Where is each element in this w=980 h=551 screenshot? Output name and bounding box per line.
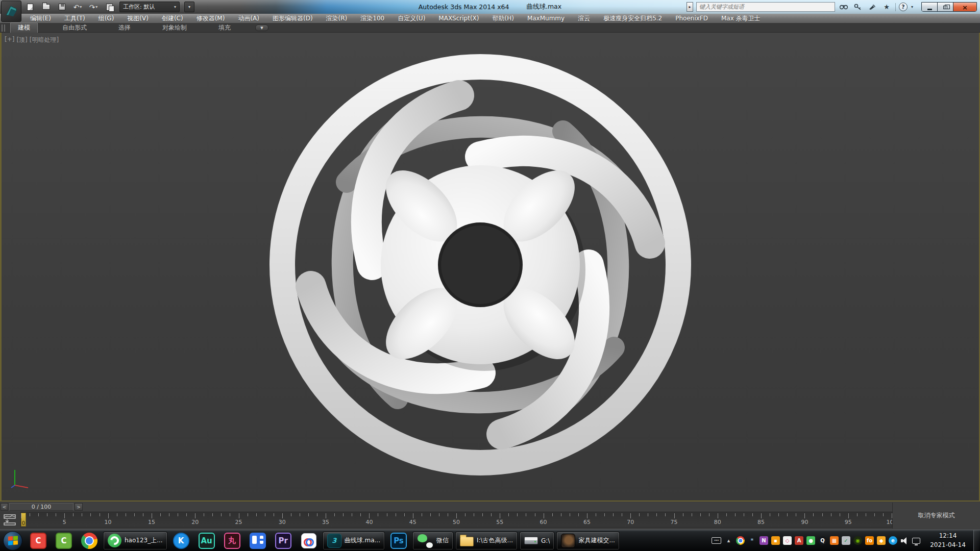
volume-icon[interactable] [900,536,909,545]
menu-item-13[interactable]: 帮助(H) [486,14,521,23]
qq-tray-icon[interactable]: Q [818,536,827,545]
taskbar-clock[interactable]: 12:14 2021-04-14 [924,532,971,549]
adobe-premiere[interactable]: Pr [271,531,296,551]
kugou-music[interactable]: K [168,531,194,551]
show-hidden-icons[interactable]: ▴ [724,536,733,545]
adobe-audition[interactable]: Au [194,531,219,551]
top-viewport[interactable]: [+] [顶] [明暗处理] [0,33,980,502]
explorer-drive-task[interactable]: G:\ [520,532,554,550]
new-file-button[interactable] [24,2,36,12]
previous-frame-button[interactable]: < [1,503,8,511]
save-file-button[interactable] [56,2,67,12]
next-frame-button[interactable]: > [75,503,83,511]
favorites-star-icon[interactable]: ★ [881,2,892,12]
search-history-button[interactable]: ▸ [687,2,693,12]
menu-item-15[interactable]: 渲云 [571,14,597,23]
snowflake-app-tray-icon[interactable]: * [748,536,756,545]
menu-item-12[interactable]: MAXScript(X) [432,15,485,22]
undo-button[interactable]: ↶▾ [72,2,83,12]
wan-app[interactable]: 丸 [219,531,245,551]
system-tray: ⋯▴*N▪◇A●Q▦✓◉fo◆e [709,536,922,545]
viewport-pov-menu[interactable]: [顶] [16,36,27,44]
explorer-folder-task[interactable]: I:\古色高级... [455,532,518,550]
wechat-task[interactable]: 微信 [412,532,453,550]
menu-item-2[interactable]: 工具(T) [58,14,92,23]
menu-item-7[interactable]: 动画(A) [231,14,266,23]
menu-item-9[interactable]: 渲染(R) [320,14,354,23]
chrome-tray-icon[interactable] [736,536,745,545]
video-tiles-app[interactable] [245,531,271,551]
clip-app-tray-icon[interactable]: N [760,536,768,545]
open-file-button[interactable] [40,2,52,12]
menu-item-6[interactable]: 修改器(M) [190,14,232,23]
nvidia-tray-icon[interactable]: ◉ [853,536,862,545]
application-menu-button[interactable] [1,1,21,22]
orange-window-tray-icon[interactable]: ▦ [830,536,839,545]
ribbon-tab-5[interactable]: 填充 [211,23,238,33]
viewport-general-menu[interactable]: [+] [5,36,14,44]
ruler-tick [369,513,370,518]
safely-remove-hardware-icon[interactable]: ✓ [842,536,850,545]
project-toolbar-button[interactable] [104,2,115,12]
furniture-modeling-task[interactable]: 家具建模交... [556,532,619,550]
camtasia[interactable]: C [51,531,77,551]
close-button[interactable]: × [953,3,976,12]
hexagon-app-tray-icon[interactable]: ◇ [783,536,792,545]
communication-center-icon[interactable] [867,2,878,12]
ruler-tick-label: 40 [365,519,373,525]
touch-keyboard-icon[interactable]: ⋯ [712,537,721,544]
cancel-expert-mode-button[interactable]: 取消专家模式 [918,511,955,520]
ribbon-tab-2[interactable]: 自由形式 [55,23,94,33]
menu-item-3[interactable]: 组(G) [92,14,121,23]
menu-item-14[interactable]: MaxMummy [521,15,571,22]
3dsmax-document-task[interactable]: 3曲线球.ma... [323,532,385,550]
infocenter-search-input[interactable] [696,2,835,12]
undo-caret-icon[interactable]: ▾ [80,5,82,9]
acrobat-tray-icon[interactable]: A [795,536,803,545]
usb-stick-tray-icon[interactable]: ▪ [771,536,780,545]
figure8-app[interactable] [296,531,322,551]
search-binoculars-icon[interactable] [838,2,849,12]
help-caret-icon[interactable]: ▾ [911,5,913,9]
ribbon-tab-1[interactable]: 建模 [10,22,38,33]
ribbon-minimize-button[interactable]: ▼ [255,24,268,31]
minimize-button[interactable] [922,3,938,12]
network-icon[interactable] [912,538,920,544]
camtasia-recorder[interactable]: C [26,531,51,551]
subscription-key-icon[interactable] [852,2,864,12]
menu-item-10[interactable]: 渲染100 [354,14,391,23]
fo-app-tray-icon[interactable]: fo [865,536,874,545]
frame-counter[interactable]: 0 / 100 [9,503,74,511]
time-slider-handle[interactable]: 0 [21,513,26,527]
restore-button[interactable] [938,3,953,12]
redo-caret-icon[interactable]: ▾ [95,5,97,9]
menu-item-5[interactable]: 创建(C) [155,14,190,23]
toolbar-options-button[interactable]: ▾ [184,2,194,12]
show-desktop-button[interactable] [973,530,979,551]
chrome[interactable] [77,531,102,551]
start-button[interactable] [0,531,26,551]
menu-item-8[interactable]: 图形编辑器(D) [266,14,320,23]
menu-item-16[interactable]: 极速瘦身安全归档5.2 [597,14,669,23]
menu-item-4[interactable]: 视图(V) [120,14,155,23]
wechat-tray-icon[interactable]: ● [806,536,815,545]
menu-item-17[interactable]: PhoenixFD [669,15,715,22]
menu-item-11[interactable]: 自定义(U) [391,14,432,23]
open-mini-curve-editor-button[interactable] [3,514,17,526]
ribbon-tab-4[interactable]: 对象绘制 [155,23,194,33]
hao123-browser-task[interactable]: hao123_上... [103,532,167,550]
workspace-selector[interactable]: 工作区: 默认 ▾ [119,2,180,12]
ruler-tick-label: 75 [671,519,678,525]
ribbon-drag-handle[interactable] [2,24,5,32]
help-button[interactable]: ? [899,3,908,11]
ruler-tick [439,513,439,516]
redo-button[interactable]: ↷▾ [88,2,99,12]
time-ruler[interactable]: 0 51015202530354045505560657075808590951… [20,512,892,528]
security-shield-tray-icon[interactable]: ◆ [877,536,886,545]
eset-tray-icon[interactable]: e [889,536,897,545]
viewport-shading-menu[interactable]: [明暗处理] [30,36,59,44]
adobe-photoshop[interactable]: Ps [386,531,411,551]
menu-item-18[interactable]: Max 杀毒卫士 [715,14,767,23]
menu-item-1[interactable]: 编辑(E) [23,14,58,23]
ribbon-tab-3[interactable]: 选择 [111,23,138,33]
